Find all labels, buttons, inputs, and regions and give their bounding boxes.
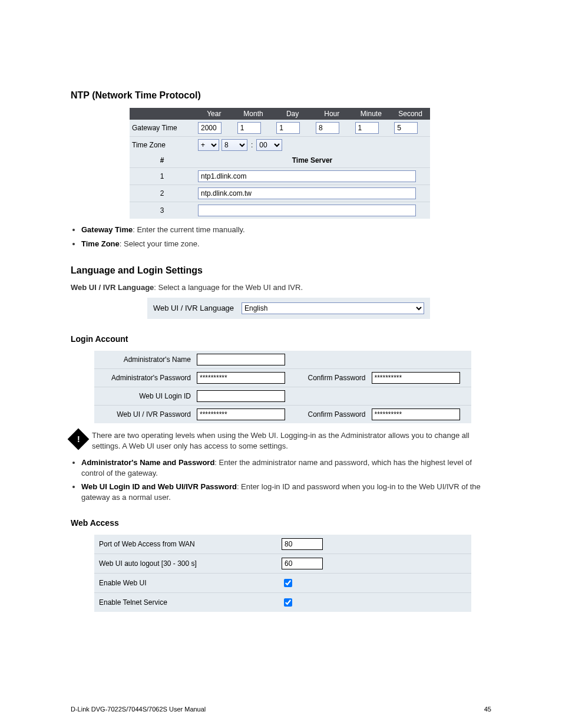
time-server-idx-3: 3 <box>130 202 194 219</box>
gateway-time-month-input[interactable] <box>237 122 261 134</box>
label-web-pass: Web UI / IVR Password <box>94 405 194 423</box>
bullet-admin: Administrator's Name and Password: Enter… <box>81 457 491 478</box>
label-logout: Web UI auto logout [30 - 300 s] <box>94 554 277 573</box>
access-table: Port of Web Access from WAN Web UI auto … <box>94 535 471 612</box>
ntp-header-hour: Hour <box>312 108 352 120</box>
label-web-confirm: Confirm Password <box>296 405 369 423</box>
row-logout: Web UI auto logout [30 - 300 s] <box>94 554 471 573</box>
subsection-web-access: Web Access <box>71 518 491 528</box>
label-enable-telnet: Enable Telnet Service <box>94 592 277 612</box>
ntp-header-row: Year Month Day Hour Minute Second <box>130 108 430 120</box>
login-warning-row: ! There are two operating levels when us… <box>71 430 491 452</box>
bullet-gateway-time: Gateway Time: Enter the current time man… <box>81 225 491 235</box>
enable-telnet-checkbox[interactable] <box>284 598 292 607</box>
row-admin-pass: Administrator's Password Confirm Passwor… <box>94 368 471 387</box>
enable-web-checkbox[interactable] <box>284 579 292 587</box>
time-server-row-1: 1 <box>130 168 430 185</box>
access-table-wrap: Port of Web Access from WAN Web UI auto … <box>94 535 471 612</box>
bullet-webuser: Web UI Login ID and Web UI/IVR Password:… <box>81 482 491 502</box>
gateway-time-label: Gateway Time <box>130 120 194 137</box>
row-port: Port of Web Access from WAN <box>94 535 471 554</box>
row-enable-telnet: Enable Telnet Service <box>94 592 471 612</box>
gateway-time-row: Gateway Time <box>130 120 430 137</box>
time-zone-sign-select[interactable]: + <box>198 139 219 151</box>
ntp-header-year: Year <box>194 108 234 120</box>
label-web-id: Web UI Login ID <box>94 387 194 405</box>
gateway-time-second-input[interactable] <box>394 122 418 134</box>
row-enable-web: Enable Web UI <box>94 573 471 592</box>
ntp-header-blank <box>130 108 194 120</box>
section-title-ntp: NTP (Network Time Protocol) <box>71 90 491 101</box>
language-label: Web UI / IVR Language <box>153 304 234 312</box>
language-desc: Web UI / IVR Language: Select a language… <box>71 283 491 293</box>
time-zone-hour-select[interactable]: 8 <box>222 139 247 151</box>
web-confirm-input[interactable] <box>372 409 460 420</box>
time-zone-minute-select[interactable]: 00 <box>256 139 282 151</box>
label-admin-pass: Administrator's Password <box>94 368 194 387</box>
section-title-language-login: Language and Login Settings <box>71 265 491 276</box>
admin-confirm-input[interactable] <box>372 372 460 384</box>
time-server-hash: # <box>130 153 194 168</box>
label-enable-web: Enable Web UI <box>94 573 277 592</box>
row-web-pass: Web UI / IVR Password Confirm Password <box>94 405 471 423</box>
login-bullets: Administrator's Name and Password: Enter… <box>81 457 491 502</box>
time-zone-colon: : <box>250 141 254 149</box>
footer-product: D-Link DVG-7022S/7044S/7062S User Manual <box>71 706 206 713</box>
ntp-header-second: Second <box>391 108 430 120</box>
port-input[interactable] <box>282 538 323 550</box>
time-zone-label: Time Zone <box>130 137 194 154</box>
language-select[interactable]: English <box>242 302 424 314</box>
time-server-header: Time Server <box>194 153 430 168</box>
web-id-input[interactable] <box>197 390 285 402</box>
ntp-bullets: Gateway Time: Enter the current time man… <box>81 225 491 249</box>
time-zone-row: Time Zone + 8 : 00 <box>130 137 430 154</box>
gateway-time-year-input[interactable] <box>198 122 222 134</box>
ntp-header-minute: Minute <box>352 108 391 120</box>
time-server-header-row: # Time Server <box>130 153 430 168</box>
ntp-table: Year Month Day Hour Minute Second Gatewa… <box>130 108 430 219</box>
ntp-header-day: Day <box>273 108 312 120</box>
warning-icon: ! <box>68 429 90 450</box>
admin-pass-input[interactable] <box>197 372 285 384</box>
login-table-wrap: Administrator's Name Administrator's Pas… <box>94 351 471 423</box>
gateway-time-minute-input[interactable] <box>355 122 379 134</box>
time-server-row-3: 3 <box>130 202 430 219</box>
language-row: Web UI / IVR Language English <box>147 298 430 319</box>
row-admin-name: Administrator's Name <box>94 351 471 369</box>
subsection-login-account: Login Account <box>71 334 491 344</box>
web-pass-input[interactable] <box>197 409 285 420</box>
ntp-header-month: Month <box>234 108 273 120</box>
login-warning-text: There are two operating levels when usin… <box>92 430 491 452</box>
time-server-3-input[interactable] <box>198 205 416 216</box>
page-footer: D-Link DVG-7022S/7044S/7062S User Manual… <box>71 706 491 713</box>
gateway-time-hour-input[interactable] <box>316 122 339 134</box>
ntp-table-wrap: Year Month Day Hour Minute Second Gatewa… <box>130 108 430 219</box>
time-server-idx-2: 2 <box>130 185 194 202</box>
label-admin-confirm: Confirm Password <box>296 368 369 387</box>
time-server-1-input[interactable] <box>198 170 416 182</box>
time-server-idx-1: 1 <box>130 168 194 185</box>
gateway-time-day-input[interactable] <box>276 122 300 134</box>
label-port: Port of Web Access from WAN <box>94 535 277 554</box>
time-server-2-input[interactable] <box>198 187 416 199</box>
time-server-row-2: 2 <box>130 185 430 202</box>
label-admin-name: Administrator's Name <box>94 351 194 369</box>
logout-input[interactable] <box>282 558 323 569</box>
login-table: Administrator's Name Administrator's Pas… <box>94 351 471 423</box>
bullet-time-zone: Time Zone: Select your time zone. <box>81 239 491 249</box>
admin-name-input[interactable] <box>197 354 285 365</box>
row-web-id: Web UI Login ID <box>94 387 471 405</box>
footer-page: 45 <box>484 706 491 713</box>
